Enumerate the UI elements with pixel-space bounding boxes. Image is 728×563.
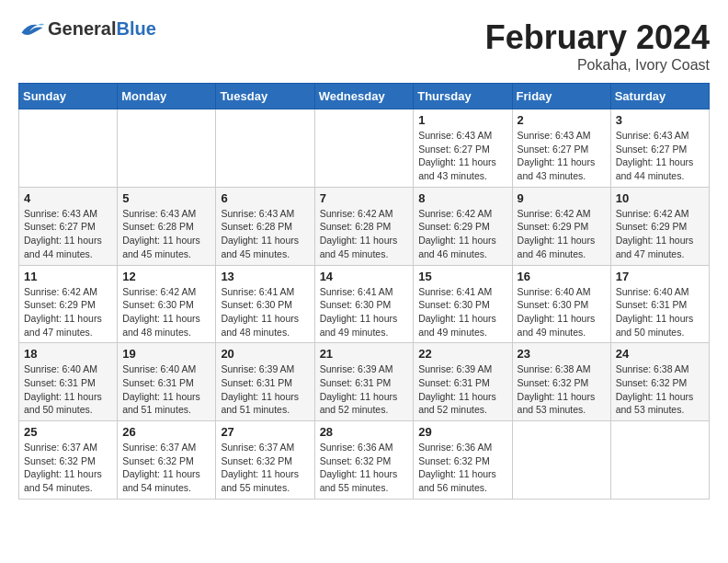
calendar-cell: 14Sunrise: 6:41 AM Sunset: 6:30 PM Dayli…	[314, 265, 414, 343]
calendar-week-row: 11Sunrise: 6:42 AM Sunset: 6:29 PM Dayli…	[19, 265, 710, 343]
day-number: 23	[518, 347, 606, 361]
day-number: 28	[320, 425, 409, 439]
day-number: 16	[518, 270, 606, 283]
day-info: Sunrise: 6:42 AM Sunset: 6:29 PM Dayligh…	[518, 207, 606, 261]
day-number: 10	[616, 191, 704, 205]
day-info: Sunrise: 6:39 AM Sunset: 6:31 PM Dayligh…	[418, 362, 506, 417]
calendar-cell: 28Sunrise: 6:36 AM Sunset: 6:32 PM Dayli…	[314, 421, 414, 500]
title-area: February 2024 Pokaha, Ivory Coast	[485, 18, 710, 74]
day-info: Sunrise: 6:41 AM Sunset: 6:30 PM Dayligh…	[320, 285, 409, 339]
location-title: Pokaha, Ivory Coast	[485, 57, 710, 74]
day-number: 2	[518, 113, 606, 127]
day-number: 19	[122, 347, 210, 361]
day-number: 24	[616, 347, 704, 361]
calendar-cell: 18Sunrise: 6:40 AM Sunset: 6:31 PM Dayli…	[19, 343, 118, 421]
day-info: Sunrise: 6:39 AM Sunset: 6:31 PM Dayligh…	[320, 362, 409, 417]
calendar-cell: 5Sunrise: 6:43 AM Sunset: 6:28 PM Daylig…	[118, 187, 216, 265]
month-title: February 2024	[485, 18, 710, 57]
calendar-cell: 16Sunrise: 6:40 AM Sunset: 6:30 PM Dayli…	[512, 265, 610, 343]
day-of-week-header: Friday	[512, 84, 610, 109]
calendar-cell	[314, 109, 414, 188]
day-number: 21	[320, 347, 409, 361]
calendar-cell: 11Sunrise: 6:42 AM Sunset: 6:29 PM Dayli…	[19, 265, 118, 343]
day-info: Sunrise: 6:43 AM Sunset: 6:27 PM Dayligh…	[24, 207, 112, 261]
logo-text: GeneralBlue	[48, 18, 156, 40]
calendar-cell: 1Sunrise: 6:43 AM Sunset: 6:27 PM Daylig…	[414, 109, 512, 188]
calendar-week-row: 18Sunrise: 6:40 AM Sunset: 6:31 PM Dayli…	[19, 343, 710, 421]
calendar-cell	[610, 421, 709, 500]
day-info: Sunrise: 6:36 AM Sunset: 6:32 PM Dayligh…	[418, 441, 506, 495]
day-info: Sunrise: 6:36 AM Sunset: 6:32 PM Dayligh…	[320, 441, 409, 495]
header: GeneralBlue February 2024 Pokaha, Ivory …	[18, 18, 710, 74]
day-info: Sunrise: 6:40 AM Sunset: 6:30 PM Dayligh…	[518, 285, 606, 339]
calendar-week-row: 25Sunrise: 6:37 AM Sunset: 6:32 PM Dayli…	[19, 421, 710, 500]
calendar-cell: 29Sunrise: 6:36 AM Sunset: 6:32 PM Dayli…	[414, 421, 512, 500]
day-number: 3	[616, 113, 704, 127]
calendar-week-row: 1Sunrise: 6:43 AM Sunset: 6:27 PM Daylig…	[19, 109, 710, 188]
calendar-cell: 8Sunrise: 6:42 AM Sunset: 6:29 PM Daylig…	[414, 187, 512, 265]
calendar-cell: 22Sunrise: 6:39 AM Sunset: 6:31 PM Dayli…	[414, 343, 512, 421]
day-of-week-header: Saturday	[610, 84, 709, 109]
day-of-week-header: Sunday	[19, 84, 118, 109]
day-number: 8	[418, 191, 506, 205]
calendar-cell: 13Sunrise: 6:41 AM Sunset: 6:30 PM Dayli…	[216, 265, 314, 343]
calendar-cell: 3Sunrise: 6:43 AM Sunset: 6:27 PM Daylig…	[610, 109, 709, 188]
logo-bird-icon	[18, 19, 44, 40]
day-info: Sunrise: 6:37 AM Sunset: 6:32 PM Dayligh…	[122, 441, 210, 495]
calendar-cell: 21Sunrise: 6:39 AM Sunset: 6:31 PM Dayli…	[314, 343, 414, 421]
day-of-week-header: Thursday	[414, 84, 512, 109]
calendar-cell: 20Sunrise: 6:39 AM Sunset: 6:31 PM Dayli…	[216, 343, 314, 421]
day-number: 6	[221, 191, 309, 205]
day-info: Sunrise: 6:43 AM Sunset: 6:27 PM Dayligh…	[418, 129, 506, 183]
day-number: 9	[518, 191, 606, 205]
calendar-cell	[216, 109, 314, 188]
calendar-cell: 6Sunrise: 6:43 AM Sunset: 6:28 PM Daylig…	[216, 187, 314, 265]
day-number: 7	[320, 191, 409, 205]
day-info: Sunrise: 6:38 AM Sunset: 6:32 PM Dayligh…	[616, 362, 704, 417]
calendar-cell: 24Sunrise: 6:38 AM Sunset: 6:32 PM Dayli…	[610, 343, 709, 421]
calendar-cell: 7Sunrise: 6:42 AM Sunset: 6:28 PM Daylig…	[314, 187, 414, 265]
calendar-cell: 4Sunrise: 6:43 AM Sunset: 6:27 PM Daylig…	[19, 187, 118, 265]
day-info: Sunrise: 6:37 AM Sunset: 6:32 PM Dayligh…	[221, 441, 309, 495]
calendar-cell	[118, 109, 216, 188]
day-number: 20	[221, 347, 309, 361]
logo-general: General	[48, 18, 116, 39]
calendar-body: 1Sunrise: 6:43 AM Sunset: 6:27 PM Daylig…	[19, 109, 710, 500]
calendar-cell: 19Sunrise: 6:40 AM Sunset: 6:31 PM Dayli…	[118, 343, 216, 421]
day-info: Sunrise: 6:43 AM Sunset: 6:28 PM Dayligh…	[122, 207, 210, 261]
calendar-cell: 10Sunrise: 6:42 AM Sunset: 6:29 PM Dayli…	[610, 187, 709, 265]
calendar-week-row: 4Sunrise: 6:43 AM Sunset: 6:27 PM Daylig…	[19, 187, 710, 265]
day-number: 18	[24, 347, 112, 361]
day-info: Sunrise: 6:38 AM Sunset: 6:32 PM Dayligh…	[518, 362, 606, 417]
calendar-cell: 17Sunrise: 6:40 AM Sunset: 6:31 PM Dayli…	[610, 265, 709, 343]
day-info: Sunrise: 6:40 AM Sunset: 6:31 PM Dayligh…	[616, 285, 704, 339]
day-number: 22	[418, 347, 506, 361]
logo-blue: Blue	[116, 18, 155, 39]
day-info: Sunrise: 6:41 AM Sunset: 6:30 PM Dayligh…	[418, 285, 506, 339]
day-info: Sunrise: 6:40 AM Sunset: 6:31 PM Dayligh…	[122, 362, 210, 417]
calendar-cell: 25Sunrise: 6:37 AM Sunset: 6:32 PM Dayli…	[19, 421, 118, 500]
day-number: 5	[122, 191, 210, 205]
day-number: 26	[122, 425, 210, 439]
day-number: 13	[221, 270, 309, 283]
calendar-cell: 26Sunrise: 6:37 AM Sunset: 6:32 PM Dayli…	[118, 421, 216, 500]
calendar-cell: 15Sunrise: 6:41 AM Sunset: 6:30 PM Dayli…	[414, 265, 512, 343]
calendar-header: SundayMondayTuesdayWednesdayThursdayFrid…	[19, 84, 710, 109]
calendar-cell: 9Sunrise: 6:42 AM Sunset: 6:29 PM Daylig…	[512, 187, 610, 265]
calendar-cell: 23Sunrise: 6:38 AM Sunset: 6:32 PM Dayli…	[512, 343, 610, 421]
day-number: 12	[122, 270, 210, 283]
day-number: 4	[24, 191, 112, 205]
day-info: Sunrise: 6:42 AM Sunset: 6:29 PM Dayligh…	[616, 207, 704, 261]
day-info: Sunrise: 6:42 AM Sunset: 6:30 PM Dayligh…	[122, 285, 210, 339]
day-info: Sunrise: 6:42 AM Sunset: 6:28 PM Dayligh…	[320, 207, 409, 261]
calendar-cell: 12Sunrise: 6:42 AM Sunset: 6:30 PM Dayli…	[118, 265, 216, 343]
day-number: 1	[418, 113, 506, 127]
day-info: Sunrise: 6:37 AM Sunset: 6:32 PM Dayligh…	[24, 441, 112, 495]
days-of-week-row: SundayMondayTuesdayWednesdayThursdayFrid…	[19, 84, 710, 109]
day-info: Sunrise: 6:43 AM Sunset: 6:28 PM Dayligh…	[221, 207, 309, 261]
day-of-week-header: Wednesday	[314, 84, 414, 109]
day-number: 27	[221, 425, 309, 439]
day-number: 17	[616, 270, 704, 283]
day-number: 15	[418, 270, 506, 283]
day-of-week-header: Tuesday	[216, 84, 314, 109]
